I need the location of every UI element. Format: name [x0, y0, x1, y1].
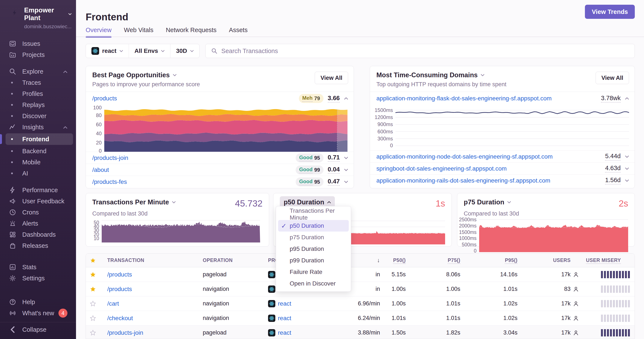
menu-item-failure-rate[interactable]: Failure Rate: [276, 266, 351, 278]
sidebar-item-releases[interactable]: Releases: [0, 240, 76, 251]
col-p95[interactable]: P95(): [464, 258, 521, 263]
tpm-title[interactable]: Transactions Per Minute: [92, 198, 176, 206]
tab-assets[interactable]: Assets: [229, 25, 248, 37]
bullet-icon: [11, 93, 13, 95]
sidebar-item-alerts[interactable]: Alerts: [0, 218, 76, 229]
menu-item-p75[interactable]: p75 Duration: [276, 232, 351, 243]
p50-cell: 5.15s: [384, 271, 409, 278]
menu-item-p99[interactable]: p99 Duration: [276, 255, 351, 266]
star-icon: [90, 286, 96, 292]
tab-web-vitals[interactable]: Web Vitals: [124, 25, 154, 37]
org-switcher[interactable]: Empower Plant dominik.buszowiec...: [0, 0, 76, 29]
view-trends-button[interactable]: View Trends: [585, 5, 635, 19]
favorite-toggle[interactable]: [86, 301, 100, 307]
p75-title[interactable]: p75 Duration: [464, 198, 511, 206]
page-link[interactable]: /products-join: [92, 155, 128, 161]
sidebar-item-ai[interactable]: AI: [0, 168, 76, 179]
page-link[interactable]: /products: [92, 95, 117, 102]
sidebar-item-dashboards[interactable]: Dashboards: [0, 229, 76, 240]
sidebar-item-label: Collapse: [22, 326, 46, 333]
expand-row-icon[interactable]: [625, 155, 629, 158]
sidebar-item-whats-new[interactable]: What's new4: [0, 308, 76, 319]
sidebar-item-performance[interactable]: Performance: [0, 184, 76, 196]
collapse-row-icon[interactable]: [344, 97, 348, 100]
chevron-down-icon: [481, 74, 484, 76]
sidebar-item-traces[interactable]: Traces: [0, 77, 76, 88]
sidebar-item-replays[interactable]: Replays: [0, 99, 76, 110]
star-outline-icon: [90, 301, 96, 307]
favorite-toggle[interactable]: [86, 271, 100, 278]
metric-dropdown-menu: Transactions Per Minute ✓p50 Duration p7…: [276, 206, 351, 292]
panel-subtitle: Pages to improve your performance score: [92, 81, 347, 88]
favorite-toggle[interactable]: [86, 286, 100, 292]
expand-row-icon[interactable]: [625, 179, 629, 182]
menu-item-p95[interactable]: p95 Duration: [276, 243, 351, 255]
panel-title-row[interactable]: Best Page Opportunities: [92, 71, 347, 79]
col-user-misery[interactable]: USER MISERY: [582, 258, 634, 263]
sidebar-item-profiles[interactable]: Profiles: [0, 88, 76, 99]
p95-cell: 1.01s: [464, 286, 521, 292]
time-spent-value: 1.56d: [605, 177, 621, 184]
sidebar-item-crons[interactable]: Crons: [0, 207, 76, 218]
user-misery-bars: [582, 315, 634, 322]
org-name: Empower Plant: [24, 6, 66, 22]
bullet-icon: [11, 150, 13, 152]
favorite-toggle[interactable]: [86, 330, 100, 336]
sidebar-item-projects[interactable]: Projects: [0, 49, 76, 60]
user-misery-bars: [582, 300, 634, 307]
col-p75[interactable]: P75(): [409, 258, 464, 263]
project-filter[interactable]: react: [86, 44, 129, 58]
page-link[interactable]: /about: [92, 167, 109, 173]
transaction-link[interactable]: /checkout: [107, 315, 133, 322]
tab-network-requests[interactable]: Network Requests: [166, 25, 216, 37]
col-p50[interactable]: P50(): [384, 258, 409, 263]
menu-item-open-in-discover[interactable]: Open in Discover: [276, 278, 351, 289]
sidebar-item-label: Crons: [22, 209, 39, 216]
favorite-toggle[interactable]: [86, 315, 100, 322]
sidebar-item-stats[interactable]: Stats: [0, 262, 76, 273]
domain-link[interactable]: application-monitoring-node-dot-sales-en…: [376, 153, 552, 160]
collapse-row-icon[interactable]: [625, 97, 629, 100]
transaction-link[interactable]: /products: [107, 286, 132, 292]
expand-row-icon[interactable]: [625, 167, 629, 170]
date-range-filter[interactable]: 30D: [170, 44, 199, 58]
view-all-button[interactable]: View All: [596, 72, 629, 84]
sidebar-item-insights[interactable]: Insights: [0, 122, 76, 133]
expand-row-icon[interactable]: [344, 181, 348, 183]
transaction-link[interactable]: /products-join: [107, 329, 143, 336]
project-link[interactable]: react: [278, 315, 291, 322]
sidebar-item-user-feedback[interactable]: User Feedback: [0, 196, 76, 207]
sidebar-item-discover[interactable]: Discover: [0, 110, 76, 122]
page-link[interactable]: /products-fes: [92, 178, 127, 185]
transaction-link[interactable]: /products: [107, 271, 132, 278]
bullet-icon: [11, 172, 13, 174]
search-input[interactable]: [222, 47, 629, 54]
domain-link[interactable]: application-monitoring-flask-dot-sales-e…: [376, 95, 552, 102]
domain-link[interactable]: springboot-dot-sales-engineering-sf.apps…: [376, 165, 507, 172]
sidebar-item-label: AI: [22, 170, 28, 177]
panel-title-row[interactable]: Most Time-Consuming Domains: [376, 71, 628, 79]
transaction-link[interactable]: /cart: [107, 300, 119, 307]
sidebar-item-backend[interactable]: Backend: [0, 146, 76, 157]
menu-item-tpm[interactable]: Transactions Per Minute: [276, 208, 351, 220]
users-cell: 83: [521, 286, 582, 292]
view-all-button[interactable]: View All: [315, 72, 348, 84]
col-users[interactable]: USERS: [521, 258, 582, 263]
sidebar-item-settings[interactable]: Settings: [0, 273, 76, 284]
project-link[interactable]: react: [278, 300, 291, 307]
sidebar-item-frontend[interactable]: Frontend: [6, 133, 73, 145]
tab-overview[interactable]: Overview: [86, 25, 112, 37]
sidebar-item-explore[interactable]: Explore: [0, 66, 76, 77]
menu-item-p50[interactable]: ✓p50 Duration: [278, 220, 349, 232]
sidebar-item-help[interactable]: Help: [0, 297, 76, 308]
expand-row-icon[interactable]: [344, 169, 348, 171]
domain-link[interactable]: application-monitoring-rails-dot-sales-e…: [376, 177, 550, 184]
sidebar-item-mobile[interactable]: Mobile: [0, 157, 76, 168]
environment-filter[interactable]: All Envs: [129, 44, 170, 58]
sidebar-item-issues[interactable]: Issues: [0, 38, 76, 49]
expand-row-icon[interactable]: [344, 157, 348, 159]
search-transactions[interactable]: [205, 44, 635, 58]
sidebar-collapse-button[interactable]: Collapse: [0, 324, 76, 335]
favorite-column-header[interactable]: [86, 258, 100, 264]
project-link[interactable]: react: [278, 329, 291, 336]
